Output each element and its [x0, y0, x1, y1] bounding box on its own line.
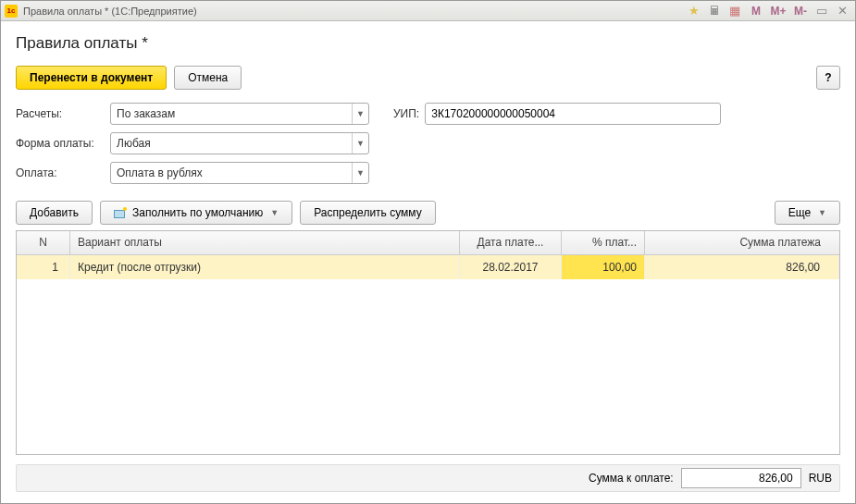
col-n[interactable]: N: [17, 231, 70, 254]
cell-variant: Кредит (после отгрузки): [70, 255, 460, 279]
currency-label: RUB: [809, 472, 832, 485]
oplata-value: Оплата в рублях: [111, 166, 352, 179]
memory-mplus-button[interactable]: M+: [768, 3, 788, 19]
window-title: Правила оплаты * (1С:Предприятие): [23, 6, 197, 17]
chevron-down-icon: ▼: [818, 208, 826, 217]
chevron-down-icon[interactable]: ▼: [352, 163, 368, 183]
help-button[interactable]: ?: [816, 66, 840, 90]
page-title: Правила оплаты *: [16, 34, 840, 53]
fill-default-button[interactable]: Заполнить по умолчанию ▼: [100, 201, 292, 225]
add-button[interactable]: Добавить: [16, 201, 93, 225]
col-pct[interactable]: % плат...: [562, 231, 645, 254]
favorites-icon[interactable]: ★: [685, 3, 703, 19]
chevron-down-icon[interactable]: ▼: [352, 133, 368, 154]
uip-label: УИП:: [393, 107, 419, 120]
window: 1c Правила оплаты * (1С:Предприятие) ★ 🖩…: [0, 0, 856, 504]
uip-input[interactable]: [425, 103, 721, 125]
minimize-icon[interactable]: ▭: [813, 3, 831, 19]
cell-sum: 826,00: [645, 255, 839, 279]
cancel-button[interactable]: Отмена: [174, 66, 242, 90]
forma-label: Форма оплаты:: [16, 137, 105, 150]
raschety-value: По заказам: [111, 107, 352, 120]
memory-m-button[interactable]: M: [746, 3, 766, 19]
table-body: 1 Кредит (после отгрузки) 28.02.2017 100…: [17, 255, 839, 454]
more-label: Еще: [788, 206, 811, 219]
oplata-label: Оплата:: [16, 166, 105, 179]
total-value: 826,00: [681, 468, 801, 488]
submit-button[interactable]: Перенести в документ: [16, 66, 167, 90]
fill-icon: [114, 207, 127, 218]
table-row[interactable]: 1 Кредит (после отгрузки) 28.02.2017 100…: [17, 255, 839, 279]
calculator-icon[interactable]: 🖩: [705, 3, 724, 19]
table-header: N Вариант оплаты Дата плате... % плат...…: [17, 231, 839, 255]
cell-n: 1: [17, 255, 70, 279]
total-label: Сумма к оплате:: [589, 472, 674, 485]
distribute-button[interactable]: Распределить сумму: [300, 201, 435, 225]
fill-default-label: Заполнить по умолчанию: [132, 206, 263, 219]
uip-field[interactable]: [431, 107, 714, 120]
col-sum[interactable]: Сумма платежа: [645, 231, 839, 254]
payment-table: N Вариант оплаты Дата плате... % плат...…: [16, 230, 840, 455]
oplata-combo[interactable]: Оплата в рублях ▼: [110, 162, 369, 184]
memory-mminus-button[interactable]: M-: [790, 3, 811, 19]
calendar-icon[interactable]: ▦: [726, 3, 744, 19]
col-variant[interactable]: Вариант оплаты: [70, 231, 460, 254]
app-icon: 1c: [5, 5, 18, 18]
footer: Сумма к оплате: 826,00 RUB: [16, 464, 840, 492]
cell-pct: 100,00: [562, 255, 645, 279]
close-icon[interactable]: ✕: [833, 3, 851, 19]
raschety-label: Расчеты:: [16, 107, 105, 120]
content: Правила оплаты * Перенести в документ От…: [1, 21, 855, 503]
chevron-down-icon: ▼: [270, 208, 279, 217]
chevron-down-icon[interactable]: ▼: [352, 104, 368, 124]
more-button[interactable]: Еще ▼: [775, 201, 840, 225]
raschety-combo[interactable]: По заказам ▼: [110, 103, 369, 125]
forma-value: Любая: [111, 137, 352, 150]
forma-combo[interactable]: Любая ▼: [110, 132, 369, 154]
titlebar: 1c Правила оплаты * (1С:Предприятие) ★ 🖩…: [1, 1, 855, 21]
cell-date: 28.02.2017: [460, 255, 562, 279]
col-date[interactable]: Дата плате...: [460, 231, 562, 254]
